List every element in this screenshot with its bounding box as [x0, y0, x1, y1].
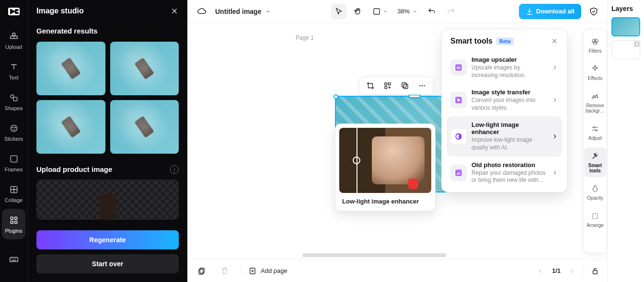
- layers-heading: Layers: [611, 5, 640, 12]
- smart-tool-item-upscaler[interactable]: 4K Image upscalerUpscale images by incre…: [447, 51, 562, 84]
- result-thumbnail[interactable]: [36, 100, 105, 154]
- filters-icon: [590, 37, 600, 46]
- upload-product-dropzone[interactable]: [36, 180, 179, 220]
- rail-item-shapes[interactable]: Shapes: [0, 86, 27, 117]
- rail-item-text[interactable]: Text: [0, 56, 27, 86]
- rail-item-upload[interactable]: Upload: [0, 25, 27, 56]
- document-title-dropdown[interactable]: Untitled image: [215, 8, 271, 15]
- more-button[interactable]: [414, 79, 430, 93]
- chevron-down-icon: [413, 9, 417, 14]
- info-icon[interactable]: i: [170, 165, 179, 174]
- layer-thumbnail-blank[interactable]: ▢: [611, 40, 640, 59]
- svg-rect-22: [402, 83, 406, 87]
- add-layer-icon: ▢: [633, 40, 641, 47]
- rail-item-frames[interactable]: Frames: [0, 147, 27, 178]
- image-studio-panel: Image studio Generated results Upload pr…: [27, 0, 187, 282]
- panel-title: Image studio: [36, 7, 84, 15]
- smart-tool-item-restoration[interactable]: Old photo restorationRepair your damaged…: [447, 157, 562, 189]
- upload-heading: Upload product image: [36, 165, 112, 173]
- cloud-sync-icon[interactable]: [194, 4, 209, 19]
- start-over-button[interactable]: Start over: [36, 254, 179, 273]
- crop-button[interactable]: [362, 79, 379, 93]
- horizontal-scrollbar[interactable]: [302, 253, 396, 257]
- rail-item-collage[interactable]: Collage: [0, 178, 27, 209]
- adjust-opacity[interactable]: Opacity: [584, 180, 606, 204]
- remove-bg-icon: [590, 91, 600, 101]
- close-panel-button[interactable]: [170, 7, 179, 15]
- delete-page-button[interactable]: [217, 263, 232, 279]
- svg-point-34: [593, 127, 595, 128]
- page-indicator: 1/1: [552, 267, 561, 274]
- adjust-label: Remove backgr…: [584, 103, 606, 113]
- layer-thumbnail-selected[interactable]: [611, 17, 640, 36]
- upscaler-icon: 4K: [450, 59, 467, 76]
- svg-point-24: [422, 85, 423, 86]
- ai-tools-button[interactable]: [380, 79, 396, 93]
- shield-icon[interactable]: [587, 5, 600, 18]
- prev-page-button[interactable]: [535, 265, 546, 277]
- resize-handle[interactable]: [334, 94, 338, 99]
- adjust-filters[interactable]: Filters: [584, 33, 606, 57]
- text-icon: [8, 61, 20, 73]
- adjust-effects[interactable]: Effects: [584, 60, 606, 85]
- download-all-button[interactable]: Download all: [519, 4, 581, 19]
- zoom-dropdown[interactable]: 38%: [394, 8, 420, 15]
- item-desc: Repair your damaged photos or bring them…: [472, 169, 547, 184]
- duplicate-button[interactable]: [397, 79, 413, 93]
- svg-rect-40: [593, 271, 598, 274]
- collage-icon: [8, 184, 20, 195]
- result-thumbnail[interactable]: [36, 42, 105, 95]
- item-title: Image style transfer: [472, 89, 547, 96]
- smart-tool-item-style-transfer[interactable]: Image style transferConvert your images …: [447, 84, 562, 116]
- adjust-icon: [590, 124, 600, 134]
- item-desc: Improve low-light image quality with AI.: [472, 136, 547, 151]
- tool-preview-card: Low-light image enhancer: [335, 124, 436, 211]
- adjust-label: Adjust: [588, 135, 602, 141]
- keyboard-icon: [8, 254, 20, 265]
- regenerate-button[interactable]: Regenerate: [36, 230, 179, 249]
- effects-icon: [590, 64, 600, 74]
- next-page-button[interactable]: [566, 265, 578, 277]
- svg-point-23: [419, 85, 420, 86]
- rail-item-stickers[interactable]: Stickers: [0, 117, 27, 147]
- canvas-size-dropdown[interactable]: [369, 4, 391, 19]
- adjust-remove-bg[interactable]: Remove backgr…: [584, 88, 606, 117]
- add-page-label: Add page: [261, 267, 288, 274]
- result-thumbnail[interactable]: [110, 100, 179, 154]
- popover-close-button[interactable]: [551, 37, 558, 45]
- adjust-smart-tools[interactable]: Smart tools: [584, 147, 606, 177]
- preview-image: [339, 128, 431, 193]
- resize-handle[interactable]: [408, 94, 421, 98]
- select-tool-button[interactable]: [331, 4, 346, 19]
- chevron-right-icon: [552, 64, 558, 71]
- result-thumbnail[interactable]: [110, 42, 179, 95]
- adjust-label: Effects: [588, 76, 602, 81]
- rail-item-keyboard[interactable]: [0, 239, 27, 271]
- smart-tool-item-lowlight[interactable]: Low-light image enhancerImprove low-ligh…: [447, 116, 562, 156]
- redo-button[interactable]: [443, 4, 459, 19]
- adjust-label: Arrange: [586, 223, 604, 228]
- lock-icon[interactable]: [590, 266, 600, 276]
- add-page-button[interactable]: Add page: [248, 267, 288, 275]
- svg-rect-15: [14, 221, 17, 224]
- rail-label: Frames: [5, 167, 23, 172]
- svg-rect-21: [403, 84, 408, 89]
- chevron-right-icon: [552, 133, 558, 140]
- app-logo[interactable]: [6, 4, 22, 19]
- adjust-arrange[interactable]: Arrange: [584, 207, 606, 232]
- hand-tool-button[interactable]: [350, 4, 366, 19]
- rail-label: Collage: [5, 197, 23, 203]
- svg-rect-30: [455, 169, 461, 176]
- main-area: Untitled image 38% Download all Page 1: [187, 0, 607, 282]
- arrange-icon: [590, 211, 600, 221]
- svg-point-25: [424, 85, 425, 86]
- adjust-rail: Filters Effects Remove backgr… Adjust Sm…: [583, 29, 607, 253]
- pages-overview-button[interactable]: [194, 263, 209, 279]
- svg-text:4K: 4K: [457, 66, 461, 69]
- canvas-viewport[interactable]: Page 1 Low-light image enhancer: [187, 23, 607, 259]
- top-toolbar: Untitled image 38% Download all: [187, 0, 607, 23]
- adjust-adjust[interactable]: Adjust: [584, 120, 606, 145]
- rail-item-plugins[interactable]: Plugins: [2, 209, 25, 239]
- shapes-icon: [8, 92, 20, 103]
- undo-button[interactable]: [424, 4, 439, 19]
